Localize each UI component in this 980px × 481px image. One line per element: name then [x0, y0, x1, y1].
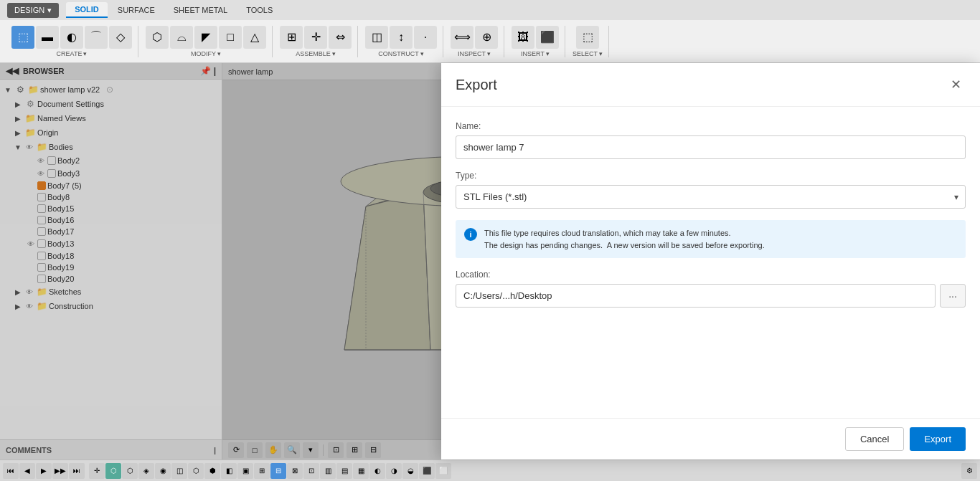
bt-tool9-icon[interactable]: ▣ [237, 463, 253, 479]
chamfer-icon[interactable]: ◤ [194, 26, 217, 49]
bt-move-icon[interactable]: ✛ [89, 463, 105, 479]
bt-tool2-icon[interactable]: ⬡ [122, 463, 138, 479]
loft-icon[interactable]: ◇ [109, 26, 132, 49]
plane-icon[interactable]: ◫ [365, 26, 388, 49]
name-input[interactable] [456, 135, 966, 159]
create-icons: ⬚ ▬ ◐ ⌒ ◇ [11, 26, 132, 49]
bt-tool13-icon[interactable]: ⊡ [303, 463, 319, 479]
interference-icon[interactable]: ⊕ [475, 26, 498, 49]
toolbar-groups: ⬚ ▬ ◐ ⌒ ◇ CREATE ▾ ⬡ ⌓ ◤ □ △ MODIFY ▾ [0, 20, 980, 62]
select-group: ⬚ SELECT ▾ [567, 26, 609, 57]
assemble-label[interactable]: ASSEMBLE ▾ [296, 50, 336, 57]
bt-tool4-icon[interactable]: ◉ [155, 463, 171, 479]
assemble-icons: ⊞ ✛ ⇔ [280, 26, 352, 49]
bt-next-icon[interactable]: ⏭ [69, 463, 85, 479]
cancel-button[interactable]: Cancel [845, 427, 904, 451]
bt-back-icon[interactable]: ◀ [19, 463, 35, 479]
bt-tool17-icon[interactable]: ◐ [369, 463, 385, 479]
inspect-chevron-icon: ▾ [487, 50, 491, 57]
joint-icon[interactable]: ⊞ [280, 26, 303, 49]
bt-play-icon[interactable]: ▶ [36, 463, 52, 479]
chevron-down-icon: ▾ [47, 6, 52, 15]
create-group: ⬚ ▬ ◐ ⌒ ◇ CREATE ▾ [6, 26, 138, 57]
bt-tool10-icon[interactable]: ⊞ [254, 463, 270, 479]
insert-svg-icon[interactable]: ⬛ [536, 26, 559, 49]
info-icon: i [464, 228, 477, 241]
modify-chevron-icon: ▾ [217, 50, 221, 57]
design-button[interactable]: DESIGN ▾ [7, 3, 59, 18]
select-label[interactable]: SELECT ▾ [573, 50, 603, 57]
insert-label[interactable]: INSERT ▾ [521, 50, 550, 57]
construct-group: ◫ ↕ · CONSTRUCT ▾ [359, 26, 443, 57]
modal-body: Name: Type: STL Files (*.stl) F3D Files … [441, 107, 980, 418]
axis-icon[interactable]: ↕ [390, 26, 413, 49]
design-label: DESIGN [14, 6, 44, 14]
shell-icon[interactable]: □ [219, 26, 242, 49]
modify-icons: ⬡ ⌓ ◤ □ △ [146, 26, 266, 49]
move-icon[interactable]: ✛ [304, 26, 327, 49]
overlay-left [0, 63, 441, 459]
type-label: Type: [456, 171, 966, 181]
bt-tool14-icon[interactable]: ▥ [320, 463, 336, 479]
export-button[interactable]: Export [910, 427, 966, 451]
location-input[interactable] [456, 284, 936, 308]
insert-image-icon[interactable]: 🖼 [512, 26, 534, 49]
revolve-icon[interactable]: ◐ [60, 26, 83, 49]
tab-tools[interactable]: TOOLS [237, 3, 281, 17]
bt-previous-icon[interactable]: ⏮ [3, 463, 19, 479]
bt-tool16-icon[interactable]: ▦ [353, 463, 369, 479]
location-browse-button[interactable]: ··· [940, 284, 966, 308]
align-icon[interactable]: ⇔ [329, 26, 352, 49]
create-label[interactable]: CREATE ▾ [57, 50, 88, 57]
extrude-icon[interactable]: ▬ [36, 26, 59, 49]
modal-title: Export [456, 77, 497, 93]
bt-tool5-icon[interactable]: ◫ [171, 463, 187, 479]
tab-surface[interactable]: SURFACE [109, 3, 164, 17]
assemble-chevron-icon: ▾ [332, 50, 336, 57]
bt-tool1-icon[interactable]: ⬡ [105, 463, 121, 479]
info-text: This file type requires cloud translatio… [484, 227, 765, 251]
new-component-icon[interactable]: ⬚ [11, 26, 34, 49]
bt-tool18-icon[interactable]: ◑ [386, 463, 402, 479]
bt-tool11-icon[interactable]: ⊟ [270, 463, 286, 479]
modal-footer: Cancel Export [441, 418, 980, 459]
type-select[interactable]: STL Files (*.stl) F3D Files (*.f3d) OBJ … [456, 185, 966, 209]
inspect-group: ⟺ ⊕ INSPECT ▾ [445, 26, 504, 57]
create-chevron-icon: ▾ [83, 50, 87, 57]
bt-tool15-icon[interactable]: ▤ [336, 463, 352, 479]
bt-tool19-icon[interactable]: ◒ [402, 463, 418, 479]
tab-sheet-metal[interactable]: SHEET METAL [165, 3, 236, 17]
bt-tool8-icon[interactable]: ◧ [221, 463, 237, 479]
location-label: Location: [456, 270, 966, 280]
location-field-group: Location: ··· [456, 270, 966, 308]
draft-icon[interactable]: △ [243, 26, 266, 49]
modal-close-button[interactable]: ✕ [946, 75, 966, 95]
press-pull-icon[interactable]: ⬡ [146, 26, 169, 49]
point-icon[interactable]: · [414, 26, 437, 49]
bt-forward-icon[interactable]: ▶▶ [52, 463, 68, 479]
export-dialog: Export ✕ Name: Type: STL Files (*.stl) F… [441, 63, 980, 459]
info-line2: The design has pending changes. A new ve… [484, 241, 765, 249]
name-label: Name: [456, 121, 966, 131]
bt-settings-icon[interactable]: ⚙ [961, 463, 977, 479]
select-icon[interactable]: ⬚ [576, 26, 599, 49]
bt-tool7-icon[interactable]: ⬢ [204, 463, 220, 479]
bt-tool6-icon[interactable]: ⬡ [188, 463, 204, 479]
fillet-icon[interactable]: ⌓ [170, 26, 193, 49]
tab-solid[interactable]: SOLID [66, 2, 108, 18]
type-select-wrapper: STL Files (*.stl) F3D Files (*.f3d) OBJ … [456, 185, 966, 209]
inspect-label[interactable]: INSPECT ▾ [458, 50, 491, 57]
construct-label[interactable]: CONSTRUCT ▾ [378, 50, 424, 57]
modify-group: ⬡ ⌓ ◤ □ △ MODIFY ▾ [140, 26, 273, 57]
bt-tool3-icon[interactable]: ◈ [138, 463, 154, 479]
measure-icon[interactable]: ⟺ [451, 26, 473, 49]
type-field-group: Type: STL Files (*.stl) F3D Files (*.f3d… [456, 171, 966, 209]
construct-chevron-icon: ▾ [420, 50, 424, 57]
bt-tool12-icon[interactable]: ⊠ [287, 463, 303, 479]
sweep-icon[interactable]: ⌒ [85, 26, 108, 49]
bt-tool21-icon[interactable]: ⬜ [435, 463, 451, 479]
info-line1: This file type requires cloud translatio… [484, 229, 731, 237]
info-message-box: i This file type requires cloud translat… [456, 220, 966, 258]
modify-label[interactable]: MODIFY ▾ [191, 50, 221, 57]
bt-tool20-icon[interactable]: ⬛ [419, 463, 435, 479]
